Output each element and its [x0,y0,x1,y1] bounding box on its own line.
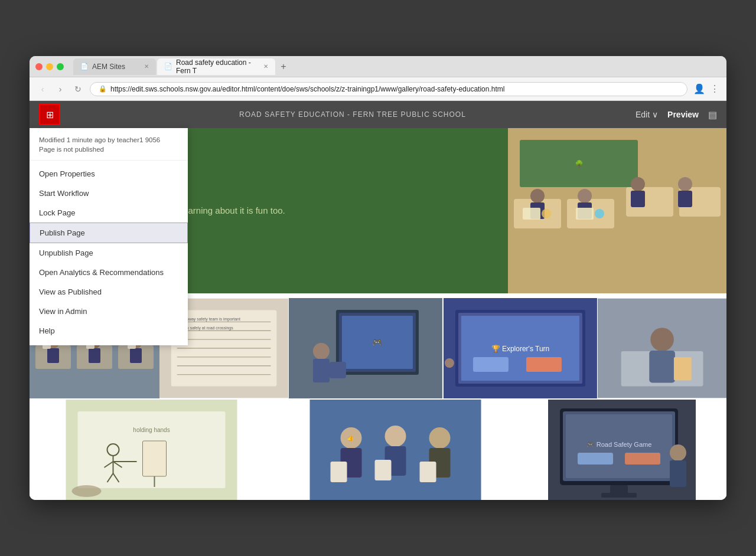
page-status-text: Page is not published [39,145,178,154]
svg-text:holding hands: holding hands [133,427,170,433]
svg-point-84 [429,427,451,449]
browser-window: 📄 AEM Sites ✕ 📄 Road safety education - … [30,56,726,500]
svg-rect-63 [674,357,692,381]
tab-doc-icon: 📄 [80,63,89,70]
svg-rect-15 [523,208,540,220]
tab-aem-close[interactable]: ✕ [144,63,149,70]
modified-text: Modified 1 minute ago by teacher1 9056 [39,135,178,145]
svg-rect-24 [47,348,59,363]
tab-road-close[interactable]: ✕ [263,63,268,70]
gallery-item-5 [598,298,726,398]
svg-rect-98 [670,460,686,487]
traffic-lights [35,63,64,70]
url-bar[interactable]: 🔒 https://edit.sws.schools.nsw.gov.au/ed… [90,82,687,96]
gallery-item-4: 🏆 Explorer's Turn [443,298,598,398]
sidepanel-button[interactable]: ▤ [708,109,717,120]
gallery-item-3: 🎮 [288,298,443,398]
hero-image: 🌳 [508,128,726,293]
tab-road-icon: 📄 [164,63,172,70]
hero-classroom-svg: 🌳 [508,128,726,293]
title-bar: 📄 AEM Sites ✕ 📄 Road safety education - … [30,56,726,77]
reload-button[interactable]: ↻ [72,83,84,95]
svg-point-48 [313,343,330,359]
svg-point-18 [595,209,604,218]
profile-icon[interactable]: 👤 [693,83,705,94]
svg-text:🎮 Road Safety Game: 🎮 Road Safety Game [586,440,652,449]
preview-button[interactable]: Preview [667,110,699,119]
tabs-bar: 📄 AEM Sites ✕ 📄 Road safety education - … [73,58,721,75]
svg-rect-80 [331,462,347,482]
svg-rect-56 [473,357,509,372]
svg-rect-50 [330,362,346,378]
unpublish-page-item[interactable]: Unpublish Page [30,243,188,263]
aem-logo-button[interactable]: ⊞ [39,104,60,125]
svg-text:🏆 Explorer's Turn: 🏆 Explorer's Turn [491,344,550,353]
view-as-published-item[interactable]: View as Published [30,282,188,302]
svg-text:🌳: 🌳 [575,159,584,168]
svg-text:Highway safety team is importa: Highway safety team is important [180,317,240,322]
view-in-admin-item[interactable]: View in Admin [30,302,188,321]
svg-point-76 [72,485,102,497]
svg-point-81 [385,426,406,447]
tab-road[interactable]: 📄 Road safety education - Fern T ✕ [157,58,275,75]
publish-page-item[interactable]: Publish Page [30,223,188,243]
dropdown-menu: Modified 1 minute ago by teacher1 9056 P… [30,128,188,345]
dropdown-header: Modified 1 minute ago by teacher1 9056 P… [30,128,188,161]
new-tab-button[interactable]: + [276,60,291,74]
svg-point-16 [542,209,551,218]
edit-button[interactable]: Edit ∨ [636,110,658,119]
svg-rect-73 [143,441,167,476]
svg-rect-83 [375,460,392,480]
svg-point-13 [678,177,692,191]
gallery-item-8: 🎮 Road Safety Game [517,400,726,500]
address-bar: ‹ › ↻ 🔒 https://edit.sws.schools.nsw.gov… [30,77,726,101]
url-text: https://edit.sws.schools.nsw.gov.au/edit… [110,85,504,93]
back-button[interactable]: ‹ [37,83,48,95]
svg-rect-95 [610,485,628,494]
aem-page-title: ROAD SAFETY EDUCATION - FERN TREE PUBLIC… [70,110,636,119]
gallery-item-7: 👍 [273,400,517,500]
svg-rect-17 [576,208,594,220]
aem-logo-icon: ⊞ [46,109,54,120]
svg-rect-26 [89,348,100,363]
address-bar-icons: 👤 ⋮ [693,83,719,94]
tab-aem[interactable]: 📄 AEM Sites ✕ [73,58,156,75]
svg-rect-28 [130,348,142,363]
close-button[interactable] [35,63,43,70]
svg-rect-86 [420,462,436,482]
svg-rect-62 [649,351,675,383]
svg-point-97 [670,444,686,461]
chevron-down-icon: ∨ [652,110,658,119]
start-workflow-item[interactable]: Start Workflow [30,184,188,203]
svg-text:Walk safely at road crossings: Walk safely at road crossings [180,326,233,331]
svg-text:🎮: 🎮 [373,338,383,348]
svg-rect-12 [631,191,645,207]
svg-rect-49 [313,359,330,382]
svg-rect-57 [526,357,562,372]
tab-aem-label: AEM Sites [92,63,125,71]
minimize-button[interactable] [46,63,53,70]
svg-point-58 [445,358,454,368]
open-analytics-item[interactable]: Open Analytics & Recommendations [30,263,188,282]
help-item[interactable]: Help [30,321,188,341]
lock-page-item[interactable]: Lock Page [30,203,188,223]
gallery-row-2: holding hands [30,400,726,500]
svg-text:👍: 👍 [347,434,354,441]
svg-point-61 [650,328,674,351]
lock-icon: 🔒 [99,85,107,93]
svg-rect-96 [601,493,637,498]
menu-icon[interactable]: ⋮ [710,83,719,94]
maximize-button[interactable] [57,63,64,70]
svg-rect-14 [678,191,692,207]
open-properties-item[interactable]: Open Properties [30,164,188,184]
tab-road-label: Road safety education - Fern T [176,58,260,75]
svg-point-11 [631,177,645,191]
aem-toolbar: ⊞ ROAD SAFETY EDUCATION - FERN TREE PUBL… [30,101,726,128]
svg-rect-94 [625,453,660,465]
forward-button[interactable]: › [54,83,66,95]
svg-point-9 [578,189,592,203]
svg-rect-93 [578,453,613,465]
page-content: Modified 1 minute ago by teacher1 9056 P… [30,128,726,500]
svg-point-7 [530,189,545,203]
hero-image-placeholder: 🌳 [508,128,726,293]
